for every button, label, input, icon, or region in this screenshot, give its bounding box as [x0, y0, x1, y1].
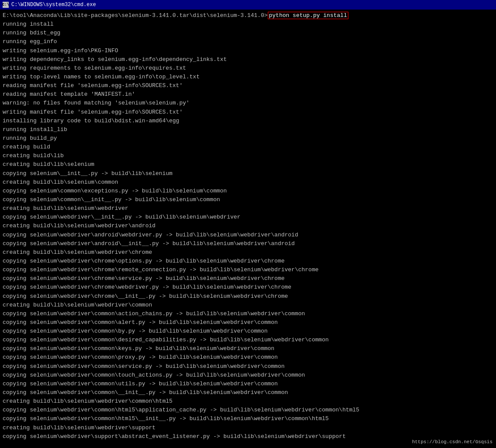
terminal-line: creating build\lib\selenium\webdriver: [3, 204, 493, 213]
terminal-line: installing library code to build\bdist.w…: [3, 117, 493, 125]
terminal-line: creating build\lib\selenium\webdriver\co…: [3, 301, 493, 310]
terminal-line: copying selenium\webdriver\common\servic…: [3, 362, 493, 371]
terminal-line: copying selenium\webdriver\common\html5\…: [3, 414, 493, 423]
terminal-line: creating build: [3, 143, 493, 152]
terminal-line: copying selenium\webdriver\chrome\__init…: [3, 292, 493, 301]
terminal-line: creating build\lib\selenium\webdriver\su…: [3, 424, 493, 432]
terminal-line: copying selenium\webdriver\android\webdr…: [3, 231, 493, 239]
terminal-line: creating build\lib\selenium\webdriver\ch…: [3, 248, 493, 257]
terminal-line: copying selenium\webdriver\common\action…: [3, 310, 493, 318]
terminal-line: creating build\lib\selenium\common: [3, 178, 493, 187]
terminal-line: writing top-level names to selenium.egg-…: [3, 73, 493, 81]
terminal-line: copying selenium\webdriver\common\by.py …: [3, 327, 493, 336]
terminal-line: copying selenium\webdriver\common\__init…: [3, 388, 493, 397]
terminal-line: writing dependency_links to selenium.egg…: [3, 55, 493, 64]
terminal-line: writing selenium.egg-info\PKG-INFO: [3, 47, 493, 55]
terminal-line: running bdist_egg: [3, 29, 493, 37]
terminal-line: copying selenium\webdriver\__init__.py -…: [3, 213, 493, 222]
terminal-line: creating build\lib\selenium\webdriver\co…: [3, 397, 493, 406]
terminal-content: E:\tool\Anaconda\Lib\site-packages\selen…: [3, 11, 493, 441]
terminal-line: copying selenium\webdriver\android\__ini…: [3, 239, 493, 248]
terminal-line: copying selenium\common\exceptions.py ->…: [3, 187, 493, 195]
terminal-line: copying selenium\webdriver\chrome\servic…: [3, 274, 493, 283]
terminal-line: creating build\lib\selenium: [3, 160, 493, 169]
terminal-line: copying selenium\webdriver\common\alert.…: [3, 318, 493, 327]
terminal-line: writing requirements to selenium.egg-inf…: [3, 64, 493, 73]
terminal-line: E:\tool\Anaconda\Lib\site-packages\selen…: [3, 11, 493, 20]
command-highlight: python setup.py install: [268, 12, 348, 19]
title-bar: C:\ C:\WINDOWS\system32\cmd.exe: [0, 0, 496, 10]
terminal-line: running install: [3, 20, 493, 29]
terminal-line: copying selenium\webdriver\chrome\remote…: [3, 266, 493, 274]
terminal-line: copying selenium\webdriver\common\html5\…: [3, 406, 493, 414]
terminal-line: copying selenium\webdriver\common\utils.…: [3, 380, 493, 388]
terminal-line: copying selenium\webdriver\common\proxy.…: [3, 353, 493, 362]
terminal-line: writing manifest file 'selenium.egg-info…: [3, 108, 493, 117]
title-bar-icon: C:\: [3, 2, 9, 8]
terminal-line: copying selenium\webdriver\common\keys.p…: [3, 344, 493, 353]
watermark: https://blog.csdn.net/Gsqsis: [412, 439, 493, 445]
terminal-line: copying selenium\webdriver\chrome\option…: [3, 257, 493, 266]
terminal-line: copying selenium\webdriver\chrome\webdri…: [3, 283, 493, 292]
terminal-line: copying selenium\webdriver\common\desire…: [3, 336, 493, 344]
terminal-line: creating build\lib\selenium\webdriver\an…: [3, 222, 493, 230]
terminal-line: running egg_info: [3, 37, 493, 46]
terminal-line: creating build\lib: [3, 152, 493, 160]
terminal-line: copying selenium\common\__init__.py -> b…: [3, 195, 493, 204]
terminal-body: E:\tool\Anaconda\Lib\site-packages\selen…: [0, 10, 496, 443]
terminal-line: warning: no files found matching 'seleni…: [3, 99, 493, 108]
terminal-line: reading manifest file 'selenium.egg-info…: [3, 81, 493, 90]
terminal-line: copying selenium\webdriver\common\touch_…: [3, 371, 493, 380]
terminal-line: running build_py: [3, 134, 493, 143]
terminal-line: reading manifest template 'MANIFEST.in': [3, 90, 493, 99]
terminal-line: running install_lib: [3, 125, 493, 134]
title-bar-text: C:\WINDOWS\system32\cmd.exe: [11, 2, 96, 8]
terminal-line: copying selenium\__init__.py -> build\li…: [3, 169, 493, 178]
